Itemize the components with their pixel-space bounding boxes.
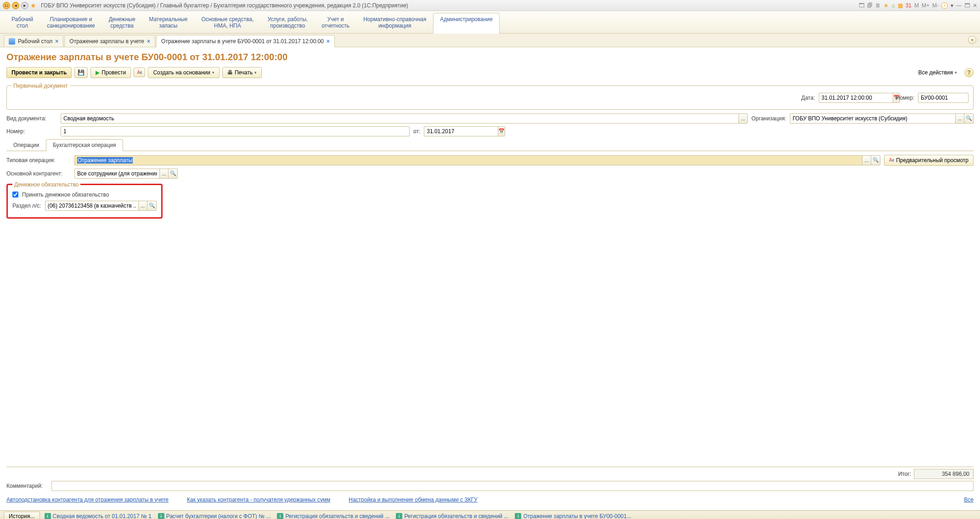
info-icon: i xyxy=(277,513,283,519)
comment-field[interactable] xyxy=(51,481,974,491)
select-icon[interactable]: ... xyxy=(738,113,748,124)
maximize-icon[interactable]: 🗖 xyxy=(964,2,970,9)
tb-mminus[interactable]: М- xyxy=(932,2,939,9)
save-button[interactable]: 💾 xyxy=(74,67,88,78)
total-row: Итог: 354 896,00 xyxy=(6,467,974,481)
select-icon[interactable]: ... xyxy=(159,169,169,179)
select-icon[interactable]: ... xyxy=(955,113,964,124)
sb-item[interactable]: iРегистрация обязательств и сведений ... xyxy=(394,513,510,519)
chevron-down-icon: ▾ xyxy=(212,70,214,75)
section-tabs: Рабочий стол Планирование и санкциониров… xyxy=(0,11,980,34)
search-icon[interactable]: 🔍 xyxy=(871,155,880,165)
document-content: Отражение зарплаты в учете БУ00-0001 от … xyxy=(0,47,980,510)
section-tab-desktop[interactable]: Рабочий стол xyxy=(5,13,40,33)
calendar-icon[interactable]: 📅 xyxy=(498,126,505,136)
money-obligation-legend: Денежное обязательство xyxy=(12,181,80,188)
section-tab-refdata[interactable]: Нормативно-справочная информация xyxy=(356,13,433,33)
info-icon: i xyxy=(158,513,164,519)
toolbar: Провести и закрыть 💾 ▶ Провести Ак Созда… xyxy=(6,67,974,78)
doc-type-field[interactable] xyxy=(61,113,738,124)
doc-tab-label: Отражение зарплаты в учете xyxy=(69,38,144,45)
section-tab-services[interactable]: Услуги, работы, производство xyxy=(260,13,315,33)
total-label: Итог: xyxy=(898,471,911,477)
inner-tabs: Операции Бухгалтерская операция xyxy=(6,139,974,151)
link-row: Автоподстановка контрагента для отражени… xyxy=(6,494,974,506)
typical-op-label: Типовая операция: xyxy=(6,157,71,164)
all-actions-button[interactable]: Все действия ▾ xyxy=(914,68,962,78)
section-tab-money[interactable]: Денежные средства xyxy=(102,13,142,33)
expand-all-icon[interactable]: ▾ xyxy=(968,36,976,44)
close-icon[interactable]: × xyxy=(327,38,330,45)
titlebar: 1c ◄ ► ★ ГОБУ ВПО Университет искусств (… xyxy=(0,0,980,11)
typical-op-field[interactable]: Отражение зарплаты xyxy=(74,155,862,165)
link-all[interactable]: Все xyxy=(964,496,974,503)
tb-m[interactable]: М xyxy=(914,2,919,9)
tb-calc-icon[interactable]: ▦ xyxy=(898,2,903,9)
section-tab-planning[interactable]: Планирование и санкционирование xyxy=(40,13,101,33)
link-exchange[interactable]: Настройка и выполнение обмена данными с … xyxy=(349,496,477,503)
doc-type-label: Вид документа: xyxy=(6,115,57,122)
section-tab-materials[interactable]: Материальные запасы xyxy=(142,13,195,33)
help-button[interactable]: ? xyxy=(964,68,974,77)
sb-item[interactable]: iРасчет бухгалтерии (налоги с ФОТ) № ... xyxy=(156,513,273,519)
org-field[interactable] xyxy=(790,113,955,124)
tb-home-icon[interactable]: ⌂ xyxy=(891,2,895,9)
document-tabs: Рабочий стол × Отражение зарплаты в учет… xyxy=(0,34,980,47)
dk-button[interactable]: Ак xyxy=(134,68,145,77)
tb-icon[interactable]: 🗐 xyxy=(867,2,873,9)
favorite-icon[interactable]: ★ xyxy=(30,2,36,9)
search-icon[interactable]: 🔍 xyxy=(147,201,157,211)
accept-obligation-checkbox[interactable] xyxy=(12,192,18,197)
select-icon[interactable]: ... xyxy=(862,155,871,165)
nav-back-icon[interactable]: ◄ xyxy=(12,2,19,9)
printer-icon: 🖶 xyxy=(227,69,233,76)
post-and-close-button[interactable]: Провести и закрыть xyxy=(6,67,72,78)
tb-star2-icon[interactable]: ★ xyxy=(884,2,889,9)
create-based-button[interactable]: Создать на основании ▾ xyxy=(148,67,220,78)
info-icon: i xyxy=(45,513,51,519)
close-icon[interactable]: × xyxy=(147,38,150,45)
preview-button[interactable]: Ак Предварительный просмотр xyxy=(884,155,974,166)
minimize-icon[interactable]: — xyxy=(956,2,962,9)
link-autosubst[interactable]: Автоподстановка контрагента для отражени… xyxy=(6,496,169,503)
number2-field[interactable] xyxy=(61,126,410,136)
print-button[interactable]: 🖶 Печать ▾ xyxy=(222,67,262,78)
number-field[interactable] xyxy=(918,93,969,103)
close-icon[interactable]: × xyxy=(55,38,58,45)
section-ls-field[interactable] xyxy=(45,201,138,211)
sb-item[interactable]: iСводная ведомость от 01.01.2017 № 1 xyxy=(43,513,153,519)
section-tab-assets[interactable]: Основные средства, НМА, НПА xyxy=(194,13,260,33)
main-contr-field[interactable] xyxy=(74,169,159,179)
close-icon[interactable]: ✕ xyxy=(973,2,977,9)
sb-item[interactable]: iОтражение зарплаты в учете БУ00-0001... xyxy=(513,513,633,519)
search-icon[interactable]: 🔍 xyxy=(964,113,974,124)
from-date-field[interactable] xyxy=(424,126,498,136)
tb-icon[interactable]: 🗎 xyxy=(875,2,881,9)
tab-operations[interactable]: Операции xyxy=(6,139,46,151)
doc-tab-desktop[interactable]: Рабочий стол × xyxy=(4,35,63,47)
section-tab-admin[interactable]: Администрирование xyxy=(433,13,499,34)
tb-icon[interactable]: 🗔 xyxy=(859,2,864,9)
search-icon[interactable]: 🔍 xyxy=(169,169,178,179)
doc-tab-salary-list[interactable]: Отражение зарплаты в учете × xyxy=(64,35,155,47)
primary-document-group: Первичный документ Дата: 📅 Номер: xyxy=(6,83,974,110)
sb-item[interactable]: iРегистрация обязательств и сведений ... xyxy=(275,513,391,519)
tab-accounting-operation[interactable]: Бухгалтерская операция xyxy=(46,139,123,151)
link-howto-contr[interactable]: Как указать контрагента - получателя уде… xyxy=(187,496,330,503)
info-icon[interactable]: i xyxy=(941,2,948,9)
total-value: 354 896,00 xyxy=(914,469,974,479)
app-menu-icon[interactable]: 1c xyxy=(3,2,10,9)
dropdown-icon[interactable]: ▾ xyxy=(951,2,953,9)
post-button[interactable]: ▶ Провести xyxy=(90,67,131,78)
page-title: Отражение зарплаты в учете БУ00-0001 от … xyxy=(6,52,974,62)
dk-icon: Ак xyxy=(137,70,142,75)
select-icon[interactable]: ... xyxy=(138,201,147,211)
doc-tab-salary-doc[interactable]: Отражение зарплаты в учете БУ00-0001 от … xyxy=(156,35,335,47)
doc-tab-label: Отражение зарплаты в учете БУ00-0001 от … xyxy=(161,38,324,45)
history-button[interactable]: История... xyxy=(4,512,40,519)
info-icon: i xyxy=(515,513,521,519)
date-field[interactable] xyxy=(819,93,893,103)
tb-calendar-icon[interactable]: 31 xyxy=(906,2,912,9)
section-tab-reporting[interactable]: Учет и отчетность xyxy=(315,13,356,33)
tb-mplus[interactable]: М+ xyxy=(922,2,929,9)
